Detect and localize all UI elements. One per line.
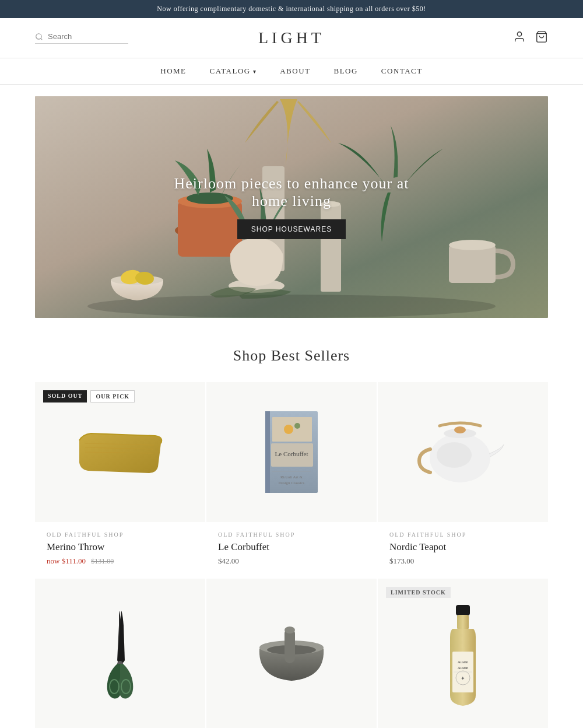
product-image-area <box>378 382 548 522</box>
nav-item-blog[interactable]: BLOG <box>333 66 357 76</box>
product-name: Le Corbuffet <box>218 541 365 553</box>
svg-point-39 <box>285 626 295 634</box>
svg-point-2 <box>517 32 521 36</box>
product-card[interactable] <box>35 579 205 728</box>
nav-item-about[interactable]: ABOUT <box>280 66 310 76</box>
search-icon <box>35 33 43 41</box>
svg-rect-20 <box>265 411 270 493</box>
product-card[interactable]: OLD FAITHFUL SHOP Nordic Teapot $173.00 <box>378 382 548 578</box>
product-card[interactable]: SOLD OUT OUR PICK OLD FAITHFUL SHOP Me <box>35 382 205 578</box>
site-logo[interactable]: LIGHT <box>128 29 455 47</box>
original-price: $131.00 <box>91 557 114 565</box>
product-image-area <box>206 579 377 728</box>
product-image-teapot <box>416 414 510 490</box>
regular-price: $42.00 <box>218 556 239 565</box>
product-card[interactable]: LIMITED STOCK Austin <box>378 579 548 728</box>
product-badges: SOLD OUT OUR PICK <box>43 390 135 402</box>
main-nav: HOME CATALOG ▾ ABOUT BLOG CONTACT <box>0 58 583 85</box>
hero-title: Heirloom pieces to enhance your at home … <box>163 175 420 210</box>
product-info: OLD FAITHFUL SHOP Nordic Teapot $173.00 <box>378 522 548 578</box>
best-sellers-title: Shop Best Sellers <box>0 347 583 365</box>
sold-out-badge: SOLD OUT <box>43 390 87 402</box>
sale-price: now $111.00 <box>47 556 86 565</box>
header: LIGHT <box>0 18 583 58</box>
chevron-down-icon: ▾ <box>253 68 257 75</box>
svg-point-32 <box>437 442 472 468</box>
search-input[interactable] <box>48 32 118 41</box>
product-image-area: SOLD OUT OUR PICK <box>35 382 205 522</box>
product-info: OLD FAITHFUL SHOP Merino Throw now $111.… <box>35 522 205 578</box>
account-button[interactable] <box>513 30 526 46</box>
product-name: Merino Throw <box>47 541 194 553</box>
svg-point-5 <box>87 295 496 318</box>
product-image-scissors <box>97 608 143 713</box>
cart-button[interactable] <box>535 30 548 46</box>
product-card[interactable] <box>206 579 377 728</box>
product-price: now $111.00 $131.00 <box>47 556 194 566</box>
product-image-bottle: Austin Austin ✦ <box>440 602 486 719</box>
product-image-mortar <box>251 625 332 695</box>
svg-point-0 <box>36 33 41 38</box>
our-pick-badge: OUR PICK <box>90 390 135 402</box>
svg-rect-40 <box>456 605 470 615</box>
product-brand: OLD FAITHFUL SHOP <box>389 531 536 538</box>
nav-item-home[interactable]: HOME <box>160 66 186 76</box>
svg-rect-41 <box>457 615 469 629</box>
product-image-area: LIMITED STOCK Austin <box>378 579 548 728</box>
svg-text:Design Classics: Design Classics <box>279 481 305 485</box>
nav-item-contact[interactable]: CONTACT <box>381 66 423 76</box>
svg-text:Austin: Austin <box>458 660 469 664</box>
search-container[interactable] <box>35 32 128 44</box>
product-brand: OLD FAITHFUL SHOP <box>47 531 194 538</box>
svg-text:✦: ✦ <box>461 676 465 681</box>
announcement-text: Now offering complimentary domestic & in… <box>157 5 426 13</box>
product-image-book: Le Corbuffet Rizzoli Art & Design Classi… <box>259 408 324 496</box>
limited-stock-badge: LIMITED STOCK <box>386 587 451 598</box>
svg-point-28 <box>294 423 300 429</box>
product-image-area: Le Corbuffet Rizzoli Art & Design Classi… <box>206 382 377 522</box>
product-info: OLD FAITHFUL SHOP Le Corbuffet $42.00 <box>206 522 377 578</box>
account-icon <box>513 30 526 43</box>
hero-content: Heirloom pieces to enhance your at home … <box>163 175 420 239</box>
svg-rect-17 <box>449 245 496 283</box>
svg-point-31 <box>454 426 466 433</box>
announcement-bar: Now offering complimentary domestic & in… <box>0 0 583 18</box>
product-price: $42.00 <box>218 556 365 566</box>
product-price: $173.00 <box>389 556 536 566</box>
header-actions <box>455 30 548 46</box>
product-image-area <box>35 579 205 728</box>
svg-text:Austin: Austin <box>458 666 469 670</box>
product-grid: SOLD OUT OUR PICK OLD FAITHFUL SHOP Me <box>35 382 548 728</box>
regular-price: $173.00 <box>389 556 414 565</box>
svg-line-1 <box>41 38 43 40</box>
product-brand: OLD FAITHFUL SHOP <box>218 531 365 538</box>
hero-cta-button[interactable]: Shop housewares <box>237 219 346 239</box>
product-card[interactable]: Le Corbuffet Rizzoli Art & Design Classi… <box>206 382 377 578</box>
svg-text:Rizzoli Art &: Rizzoli Art & <box>280 475 303 480</box>
product-name: Nordic Teapot <box>389 541 536 553</box>
product-image-throw <box>73 423 167 481</box>
nav-item-catalog[interactable]: CATALOG ▾ <box>210 66 257 76</box>
hero-banner: Heirloom pieces to enhance your at home … <box>35 96 548 318</box>
svg-text:Le Corbuffet: Le Corbuffet <box>275 450 308 457</box>
product-badges: LIMITED STOCK <box>386 587 451 598</box>
cart-icon <box>535 30 548 43</box>
svg-point-27 <box>284 425 293 434</box>
svg-point-18 <box>449 240 496 250</box>
